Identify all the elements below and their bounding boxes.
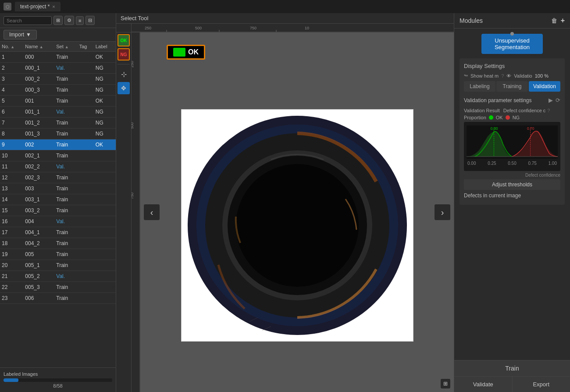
tab-training[interactable]: Training bbox=[496, 81, 528, 92]
list-view-button[interactable]: ≡ bbox=[76, 16, 84, 25]
table-row[interactable]: 5001TrainOK bbox=[0, 96, 116, 107]
export-button[interactable]: Export bbox=[513, 377, 570, 392]
move-tool-button[interactable]: ✥ bbox=[118, 82, 130, 94]
label-button[interactable]: ⊟ bbox=[86, 16, 95, 25]
ng-tool-button[interactable]: NG bbox=[118, 48, 130, 61]
table-row[interactable]: 1000TrainOK bbox=[0, 52, 116, 63]
table-row[interactable]: 17004_1Train bbox=[0, 227, 116, 238]
proportion-row: Proportion OK NG bbox=[464, 115, 560, 120]
cell-label bbox=[94, 227, 116, 238]
history-icon[interactable]: ⟳ bbox=[556, 97, 560, 103]
cell-set: Val. bbox=[54, 216, 77, 227]
next-image-button[interactable]: › bbox=[435, 204, 450, 220]
table-row[interactable]: 15003_2Train bbox=[0, 205, 116, 216]
tab-validation[interactable]: Validation bbox=[529, 81, 560, 92]
cell-no: 11 bbox=[0, 161, 23, 172]
left-bottom: Labeled Images 8/58 bbox=[0, 367, 116, 392]
svg-point-18 bbox=[236, 164, 359, 287]
ok-label-text: OK bbox=[188, 48, 199, 56]
bottom-button-row: Validate Export bbox=[454, 377, 570, 392]
col-header-no[interactable]: No. ▲ bbox=[0, 42, 23, 52]
unsupervised-segmentation-node[interactable]: UnsupervisedSegmentation bbox=[481, 34, 543, 54]
cell-no: 14 bbox=[0, 194, 23, 205]
defect-confidence-label: Defect confidence c bbox=[503, 108, 546, 113]
cell-tag bbox=[78, 139, 94, 150]
filter-button[interactable]: ⚙ bbox=[64, 16, 74, 25]
cell-name: 005_1 bbox=[23, 260, 54, 271]
axis-label-50: 0.50 bbox=[508, 161, 516, 166]
modules-header-icons: 🗑 + bbox=[551, 17, 565, 25]
table-row[interactable]: 7001_2TrainNG bbox=[0, 118, 116, 128]
modules-title: Modules bbox=[460, 17, 483, 24]
table-row[interactable]: 23006Train bbox=[0, 293, 116, 304]
cell-set: Val. bbox=[54, 271, 77, 282]
table-row[interactable]: 20005_1Train bbox=[0, 260, 116, 271]
selection-tool-button[interactable]: ⊹ bbox=[118, 68, 130, 80]
cell-no: 12 bbox=[0, 172, 23, 183]
import-button[interactable]: Import ▼ bbox=[4, 30, 37, 39]
prev-image-button[interactable]: ‹ bbox=[144, 204, 160, 220]
confidence-chart-svg: 0.30 0.70 bbox=[467, 125, 558, 160]
col-header-set[interactable]: Set ▲ bbox=[54, 42, 77, 52]
axis-label-0: 0.00 bbox=[467, 161, 476, 166]
image-table-container[interactable]: No. ▲ Name ▲ Set ▲ Tag Label 1000TrainOK… bbox=[0, 42, 116, 367]
import-arrow-icon: ▼ bbox=[26, 32, 31, 38]
image-view-button[interactable]: ⊞ bbox=[53, 16, 63, 25]
table-row[interactable]: 3000_2TrainNG bbox=[0, 74, 116, 85]
table-row[interactable]: 2000_1Val.NG bbox=[0, 63, 116, 74]
validate-button[interactable]: Validate bbox=[454, 377, 513, 392]
cell-label: NG bbox=[94, 107, 116, 118]
ok-legend-dot bbox=[489, 115, 493, 120]
cell-name: 002 bbox=[23, 139, 54, 150]
cell-tag bbox=[78, 205, 94, 216]
table-row[interactable]: 6001_1Val.NG bbox=[0, 107, 116, 118]
tab-close-button[interactable]: × bbox=[52, 4, 55, 9]
table-row[interactable]: 12002_3Train bbox=[0, 172, 116, 183]
table-row[interactable]: 19005Train bbox=[0, 249, 116, 260]
table-row[interactable]: 21005_2Val. bbox=[0, 271, 116, 282]
add-module-icon[interactable]: + bbox=[561, 17, 565, 25]
cell-name: 003 bbox=[23, 183, 54, 194]
cell-name: 004_2 bbox=[23, 238, 54, 249]
table-row[interactable]: 18004_2Train bbox=[0, 238, 116, 249]
eye-icon[interactable]: 👁 bbox=[506, 73, 511, 78]
table-row[interactable]: 4000_3TrainNG bbox=[0, 85, 116, 96]
module-node-label: UnsupervisedSegmentation bbox=[495, 37, 530, 50]
ok-tool-button[interactable]: OK bbox=[118, 34, 130, 46]
table-row[interactable]: 10002_1Train bbox=[0, 150, 116, 161]
cell-set: Train bbox=[54, 293, 77, 304]
cell-name: 005_2 bbox=[23, 271, 54, 282]
train-button[interactable]: Train bbox=[454, 360, 570, 377]
image-display bbox=[181, 109, 413, 342]
chevron-right-icon[interactable]: ▶ bbox=[549, 97, 553, 103]
show-heat-label: Show heat m bbox=[470, 73, 499, 78]
titlebar: ⬡ text-project * × bbox=[0, 0, 570, 13]
cell-name: 003_1 bbox=[23, 194, 54, 205]
col-header-tag[interactable]: Tag bbox=[78, 42, 94, 52]
cell-name: 003_2 bbox=[23, 205, 54, 216]
adjust-thresholds-button[interactable]: Adjust thresholds bbox=[464, 179, 560, 190]
col-header-name[interactable]: Name ▲ bbox=[23, 42, 54, 52]
validation-result-row: Validation Result Defect confidence c ? bbox=[464, 108, 560, 113]
delete-modules-icon[interactable]: 🗑 bbox=[551, 17, 557, 24]
table-row[interactable]: 8001_3TrainNG bbox=[0, 128, 116, 139]
project-tab[interactable]: text-project * × bbox=[15, 2, 61, 11]
col-header-label[interactable]: Label bbox=[94, 42, 116, 52]
cell-label bbox=[94, 238, 116, 249]
tab-labeling[interactable]: Labeling bbox=[464, 81, 495, 92]
search-input[interactable] bbox=[4, 16, 52, 25]
cell-tag bbox=[78, 172, 94, 183]
table-row[interactable]: 9002TrainOK bbox=[0, 139, 116, 150]
table-row[interactable]: 11002_2Val. bbox=[0, 161, 116, 172]
right-bottom-buttons: Train Validate Export bbox=[454, 360, 570, 392]
progress-text: 8/58 bbox=[4, 383, 112, 388]
cell-set: Train bbox=[54, 118, 77, 128]
defect-confidence-axis-label: Defect confidence bbox=[464, 173, 560, 178]
table-row[interactable]: 22005_3Train bbox=[0, 282, 116, 293]
cell-set: Train bbox=[54, 282, 77, 293]
table-row[interactable]: 14003_1Train bbox=[0, 194, 116, 205]
table-row[interactable]: 16004Val. bbox=[0, 216, 116, 227]
grid-view-button[interactable]: ⊞ bbox=[441, 379, 450, 388]
table-row[interactable]: 13003Train bbox=[0, 183, 116, 194]
cell-name: 002_1 bbox=[23, 150, 54, 161]
